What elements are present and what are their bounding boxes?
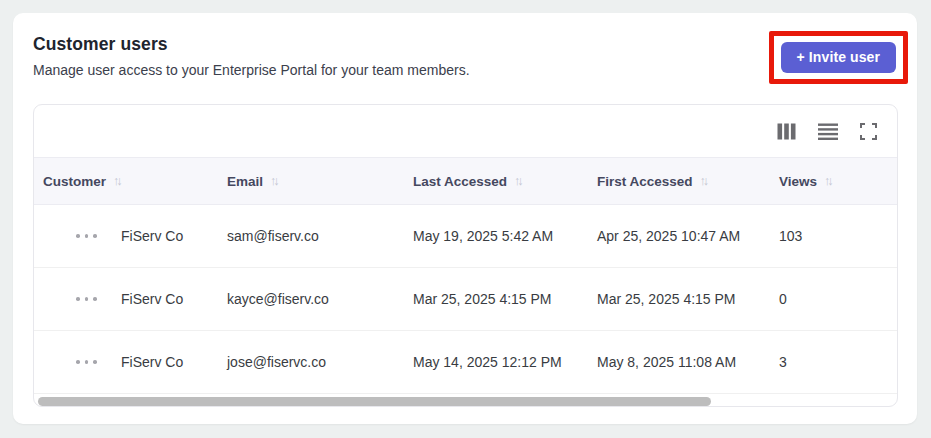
- columns-icon[interactable]: [777, 123, 796, 140]
- card-header: Customer users Manage user access to you…: [13, 13, 917, 84]
- fullscreen-icon-glyph: [860, 123, 877, 140]
- invite-user-button[interactable]: + Invite user: [781, 42, 896, 73]
- cell-last-accessed: May 19, 2025 5:42 AM: [405, 228, 589, 244]
- column-label: Customer: [43, 174, 106, 189]
- customer-users-card: Customer users Manage user access to you…: [13, 13, 917, 424]
- cell-first-accessed: Mar 25, 2025 4:15 PM: [589, 291, 771, 307]
- cell-customer: FiServ Co: [111, 354, 219, 370]
- cell-first-accessed: Apr 25, 2025 10:47 AM: [589, 228, 771, 244]
- table-row: FiServ Co sam@fiserv.co May 19, 2025 5:4…: [34, 205, 897, 268]
- page-title: Customer users: [33, 34, 470, 55]
- cell-views: 103: [771, 228, 897, 244]
- cell-last-accessed: May 14, 2025 12:12 PM: [405, 354, 589, 370]
- rows-icon-glyph: [818, 123, 838, 140]
- page-subtitle: Manage user access to your Enterprise Po…: [33, 62, 470, 78]
- cell-email: kayce@fiserv.co: [219, 291, 405, 307]
- column-label: First Accessed: [597, 174, 693, 189]
- scrollbar-thumb[interactable]: [38, 397, 711, 406]
- row-actions-menu-icon[interactable]: [76, 293, 111, 305]
- column-header-first-accessed[interactable]: First Accessed ↑↓: [589, 174, 771, 189]
- table-row: FiServ Co kayce@fiserv.co Mar 25, 2025 4…: [34, 268, 897, 331]
- column-label: Email: [227, 174, 263, 189]
- sort-icon[interactable]: ↑↓: [824, 174, 834, 188]
- column-header-email[interactable]: Email ↑↓: [219, 174, 405, 189]
- page-background: { "card": { "title": "Customer users", "…: [0, 0, 931, 438]
- sort-icon[interactable]: ↑↓: [514, 174, 524, 188]
- column-label: Last Accessed: [413, 174, 507, 189]
- red-annotation-box: + Invite user: [769, 31, 908, 84]
- cell-customer: FiServ Co: [111, 228, 219, 244]
- fullscreen-icon[interactable]: [860, 123, 877, 140]
- cell-last-accessed: Mar 25, 2025 4:15 PM: [405, 291, 589, 307]
- column-header-customer[interactable]: Customer ↑↓: [34, 174, 219, 189]
- cell-views: 0: [771, 291, 897, 307]
- table-toolbar: [34, 105, 897, 157]
- table-header-row: Customer ↑↓ Email ↑↓ Last Accessed ↑↓ Fi…: [34, 157, 897, 205]
- column-header-last-accessed[interactable]: Last Accessed ↑↓: [405, 174, 589, 189]
- columns-icon-glyph: [777, 123, 796, 140]
- cell-first-accessed: May 8, 2025 11:08 AM: [589, 354, 771, 370]
- table-panel: Customer ↑↓ Email ↑↓ Last Accessed ↑↓ Fi…: [33, 104, 898, 407]
- column-header-views[interactable]: Views ↑↓: [771, 174, 897, 189]
- sort-icon[interactable]: ↑↓: [700, 174, 710, 188]
- sort-icon[interactable]: ↑↓: [270, 174, 280, 188]
- horizontal-scrollbar[interactable]: [34, 394, 897, 407]
- column-label: Views: [779, 174, 817, 189]
- sort-icon[interactable]: ↑↓: [113, 174, 123, 188]
- cell-customer: FiServ Co: [111, 291, 219, 307]
- row-actions-menu-icon[interactable]: [76, 230, 111, 242]
- card-header-text: Customer users Manage user access to you…: [33, 34, 470, 78]
- cell-email: sam@fiserv.co: [219, 228, 405, 244]
- cell-email: jose@fiservc.co: [219, 354, 405, 370]
- row-actions-menu-icon[interactable]: [76, 356, 111, 368]
- cell-views: 3: [771, 354, 897, 370]
- rows-icon[interactable]: [818, 123, 838, 140]
- table-row: FiServ Co jose@fiservc.co May 14, 2025 1…: [34, 331, 897, 394]
